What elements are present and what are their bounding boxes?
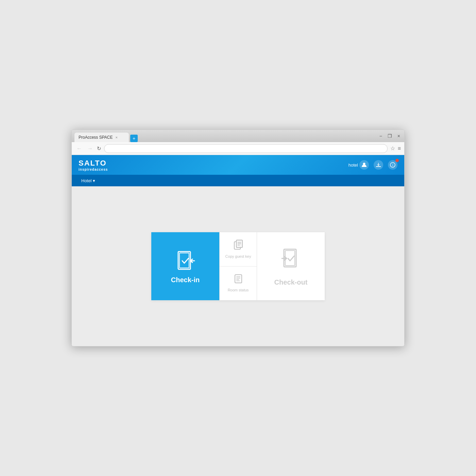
nav-hotel[interactable]: Hotel ▾ xyxy=(77,176,99,185)
room-status-icon xyxy=(234,274,242,286)
svg-rect-1 xyxy=(376,166,381,167)
checkout-icon xyxy=(279,247,303,275)
svg-rect-5 xyxy=(180,253,189,268)
tab-close-button[interactable]: × xyxy=(115,135,117,139)
tab-title: ProAccess SPACE xyxy=(79,135,113,140)
copy-guest-key-button[interactable]: Copy guest key xyxy=(220,232,257,267)
svg-rect-12 xyxy=(235,275,242,283)
window-controls: − ❐ × xyxy=(378,133,402,139)
salto-logo: SALTO inspiredaccess xyxy=(79,159,108,171)
app-header: SALTO inspiredaccess hotel xyxy=(72,155,404,175)
svg-rect-4 xyxy=(178,252,190,269)
close-button[interactable]: × xyxy=(396,133,402,139)
side-menu: Copy guest key Room status xyxy=(219,232,257,300)
address-bar[interactable] xyxy=(104,144,388,153)
checkin-tile[interactable]: Check-in xyxy=(151,232,219,300)
checkout-tile[interactable]: Check-out xyxy=(257,232,325,300)
minimize-button[interactable]: − xyxy=(378,133,384,139)
nav-hotel-label: Hotel xyxy=(81,178,91,183)
bookmark-icon[interactable]: ☆ xyxy=(390,145,395,152)
forward-button[interactable]: → xyxy=(86,145,94,152)
nav-hotel-arrow: ▾ xyxy=(93,178,95,183)
room-status-label: Room status xyxy=(228,288,249,292)
user-info: hotel xyxy=(348,160,369,170)
browser-tab[interactable]: ProAccess SPACE × xyxy=(74,133,129,142)
browser-menu-icon[interactable]: ≡ xyxy=(398,146,401,152)
back-button[interactable]: ← xyxy=(75,145,83,152)
browser-addressbar: ← → ↻ ☆ ≡ xyxy=(72,142,404,155)
browser-titlebar: ProAccess SPACE × + − ❐ × xyxy=(72,130,404,142)
logo-text: SALTO xyxy=(79,159,108,168)
refresh-button[interactable]: ↻ xyxy=(97,146,101,152)
user-icon[interactable] xyxy=(359,160,369,170)
restore-button[interactable]: ❐ xyxy=(386,133,393,139)
header-right: hotel i xyxy=(348,160,397,170)
copy-key-icon xyxy=(234,240,243,252)
info-icon[interactable]: i xyxy=(388,160,397,170)
checkin-icon xyxy=(173,249,197,273)
download-icon[interactable] xyxy=(374,160,383,170)
svg-text:i: i xyxy=(392,163,393,167)
app-nav: Hotel ▾ xyxy=(72,175,404,186)
logo-sub: inspiredaccess xyxy=(79,168,108,171)
user-label: hotel xyxy=(348,163,358,168)
tab-bar: ProAccess SPACE × + xyxy=(74,130,376,142)
browser-window: ProAccess SPACE × + − ❐ × ← → ↻ ☆ ≡ SALT… xyxy=(71,130,405,346)
copy-guest-key-label: Copy guest key xyxy=(225,254,251,259)
checkout-label: Check-out xyxy=(274,278,308,286)
checkin-label: Check-in xyxy=(171,276,200,284)
app-main: Check-in Copy guest key xyxy=(72,186,404,346)
new-tab-button[interactable]: + xyxy=(130,135,138,142)
content-panel: Check-in Copy guest key xyxy=(151,232,325,300)
room-status-button[interactable]: Room status xyxy=(220,267,257,301)
